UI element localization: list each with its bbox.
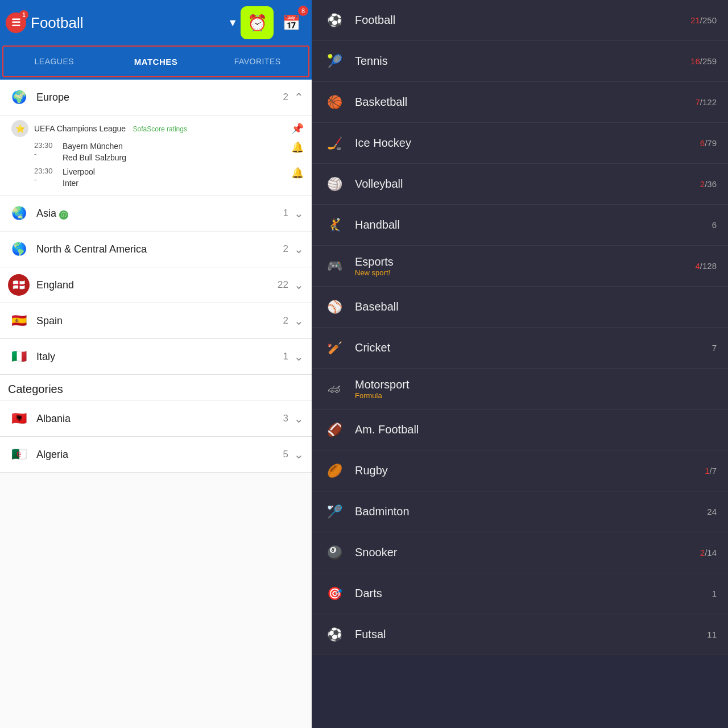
sport-item-handball[interactable]: 🤾 Handball 6 [312,205,728,246]
calendar-button[interactable]: 📅 8 [276,8,306,38]
rugby-sport-name: Rugby [355,464,705,477]
motorsport-sub: Formula [355,391,717,400]
right-panel: Football LEAG FAVORITES ⚽ Football 21/25… [312,0,728,728]
calendar-icon: 📅 [282,14,300,32]
left-panel: ☰ 1 Football ▼ ⏰ 📅 8 LEAGUES MATCHES FAV… [0,0,312,728]
algeria-icon: 🇩🇿 [8,444,30,465]
left-content: 🌍 Europe 2 ⌃ ⭐ UEFA Champions League Sof… [0,80,312,728]
algeria-label: Algeria [36,449,283,461]
region-row-nca[interactable]: 🌎 North & Central America 2 ⌄ [0,231,312,267]
sport-item-football[interactable]: ⚽ Football 21/250 [312,0,728,41]
region-row-albania[interactable]: 🇦🇱 Albania 3 ⌄ [0,401,312,437]
ucl-rating: SofaScore ratings [133,125,187,133]
rugby-sport-icon: 🏉 [323,460,346,482]
baseball-sport-name: Baseball [355,300,717,313]
sport-item-basketball[interactable]: 🏀 Basketball 7/122 [312,82,728,123]
spain-count: 2 [283,315,288,326]
spain-icon: 🇪🇸 [8,310,30,332]
rugby-count: 1/7 [705,466,717,475]
match-row-1: 23:30- Bayern MünchenRed Bull Salzburg 🔔 [11,139,304,165]
bell-1[interactable]: 🔔 [291,141,304,154]
spain-label: Spain [36,315,283,327]
tab-leagues[interactable]: LEAGUES [3,47,105,76]
match-teams-1: Bayern MünchenRed Bull Salzburg [63,141,126,163]
asia-icon: 🌏 [8,202,30,224]
region-row-algeria[interactable]: 🇩🇿 Algeria 5 ⌄ [0,437,312,473]
basketball-count: 7/122 [695,97,717,107]
england-count: 22 [278,279,288,291]
handball-count: 6 [712,220,717,230]
snooker-sport-name: Snooker [355,546,700,559]
badminton-sport-name: Badminton [355,505,707,518]
icehockey-sport-icon: 🏒 [323,132,346,155]
sport-item-icehockey[interactable]: 🏒 Ice Hockey 6/79 [312,123,728,164]
nca-count: 2 [283,243,288,255]
clock-icon: ⏰ [247,14,267,32]
menu-badge: 1 [19,10,28,19]
football-sport-name: Football [355,14,690,27]
europe-count: 2 [283,92,288,103]
darts-count: 1 [712,589,717,598]
league-ucl: ⭐ UEFA Champions League SofaScore rating… [0,115,312,196]
darts-sport-icon: 🎯 [323,582,346,605]
sport-item-baseball[interactable]: ⚾ Baseball [312,287,728,328]
sport-item-snooker[interactable]: 🎱 Snooker 2/14 [312,532,728,573]
icehockey-count: 6/79 [700,138,717,148]
handball-sport-icon: 🤾 [323,214,346,237]
sport-item-motorsport[interactable]: 🏎 Motorsport Formula [312,369,728,410]
categories-title: Categories [0,375,312,401]
nca-label: North & Central America [36,243,283,255]
ucl-pin[interactable]: 📌 [291,122,304,135]
page-title: Football [31,14,223,32]
sport-item-badminton[interactable]: 🏸 Badminton 24 [312,491,728,532]
sport-dropdown-arrow[interactable]: ▼ [228,17,238,29]
sport-item-volleyball[interactable]: 🏐 Volleyball 2/36 [312,164,728,205]
motorsport-sport-name: Motorsport Formula [355,378,717,400]
badminton-count: 24 [707,507,717,516]
italy-count: 1 [283,351,288,362]
menu-button[interactable]: ☰ 1 [6,13,26,33]
sport-item-rugby[interactable]: 🏉 Rugby 1/7 [312,450,728,491]
sport-item-tennis[interactable]: 🎾 Tennis 16/259 [312,41,728,82]
tab-favorites[interactable]: FAVORITES [206,47,308,76]
football-sport-icon: ⚽ [323,9,346,32]
tab-bar: LEAGUES MATCHES FAVORITES [2,46,309,77]
sport-item-esports[interactable]: 🎮 Esports New sport! 4/128 [312,246,728,287]
region-row-spain[interactable]: 🇪🇸 Spain 2 ⌄ [0,303,312,339]
sport-item-cricket[interactable]: 🏏 Cricket 7 [312,328,728,369]
england-chevron: ⌄ [294,278,304,292]
ucl-icon: ⭐ [11,120,28,137]
tab-matches[interactable]: MATCHES [105,47,207,76]
darts-sport-name: Darts [355,587,712,600]
handball-sport-name: Handball [355,218,712,231]
sport-item-futsal[interactable]: ⚽ Futsal 11 [312,614,728,655]
algeria-chevron: ⌄ [294,448,304,461]
volleyball-sport-icon: 🏐 [323,173,346,196]
europe-chevron: ⌃ [294,90,304,104]
bell-2[interactable]: 🔔 [291,167,304,179]
albania-label: Albania [36,413,283,425]
match-time-1: 23:30- [34,141,63,158]
match-row-2: 23:30- LiverpoolInter 🔔 [11,165,304,191]
snooker-sport-icon: 🎱 [323,541,346,564]
region-row-england[interactable]: 🏴󠁧󠁢󠁥󠁮󠁧󠁿 England 22 ⌄ [0,267,312,303]
sport-item-darts[interactable]: 🎯 Darts 1 [312,573,728,614]
futsal-sport-icon: ⚽ [323,623,346,646]
ucl-name: UEFA Champions League [34,124,126,133]
match-teams-2: LiverpoolInter [63,167,95,189]
clock-button[interactable]: ⏰ [242,8,272,38]
sport-item-amfootball[interactable]: 🏈 Am. Football [312,410,728,450]
spain-chevron: ⌄ [294,314,304,328]
region-row-europe[interactable]: 🌍 Europe 2 ⌃ [0,80,312,115]
region-row-italy[interactable]: 🇮🇹 Italy 1 ⌄ [0,339,312,375]
tennis-sport-icon: 🎾 [323,50,346,73]
italy-label: Italy [36,351,283,363]
baseball-sport-icon: ⚾ [323,296,346,318]
badminton-sport-icon: 🏸 [323,500,346,523]
italy-chevron: ⌄ [294,350,304,363]
region-row-asia[interactable]: 🌏 Asia ⓘ 1 ⌄ [0,196,312,231]
asia-label: Asia ⓘ [36,208,283,220]
cricket-count: 7 [712,343,717,353]
cricket-sport-name: Cricket [355,341,712,354]
volleyball-sport-name: Volleyball [355,177,700,191]
